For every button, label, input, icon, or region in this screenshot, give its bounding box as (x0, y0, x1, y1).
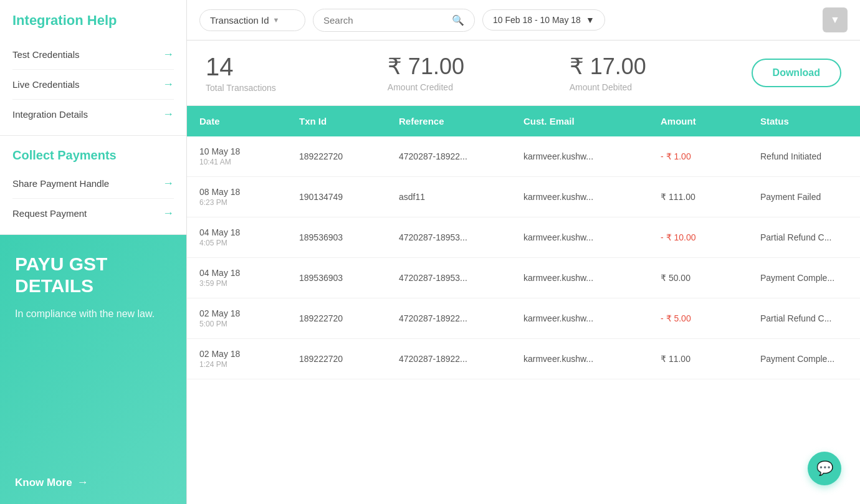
cell-status: Partial Refund C... (760, 313, 860, 323)
total-transactions-stat: 14 Total Transactions (206, 53, 388, 93)
integration-details-arrow: → (163, 108, 174, 121)
search-icon[interactable]: 🔍 (452, 14, 464, 26)
main-content: Transaction Id ▼ 🔍 10 Feb 18 - 10 May 18… (187, 0, 860, 504)
th-reference: Reference (399, 116, 523, 126)
amount-credited-label: Amount Credited (388, 82, 551, 92)
promo-link-label: Know More (15, 477, 72, 489)
cell-status: Payment Failed (760, 192, 860, 202)
th-txnid: Txn Id (299, 116, 399, 126)
total-transactions-label: Total Transactions (206, 83, 369, 93)
sidebar-item-request-payment[interactable]: Request Payment → (12, 199, 174, 228)
th-date: Date (199, 116, 299, 126)
amount-debited-label: Amount Debited (570, 82, 733, 92)
date-picker-chevron-icon: ▼ (586, 15, 595, 25)
cell-status: Partial Refund C... (760, 232, 860, 242)
chat-fab-button[interactable]: 💬 (808, 452, 841, 485)
cell-reference: 4720287-18953... (399, 232, 523, 242)
th-status: Status (760, 116, 860, 126)
cell-email: karmveer.kushw... (523, 192, 661, 202)
table-header-row: Date Txn Id Reference Cust. Email Amount… (187, 106, 860, 136)
dropdown-chevron-icon: ▼ (273, 16, 280, 24)
cell-status: Refund Initiated (760, 151, 860, 161)
test-credentials-label: Test Credentials (12, 49, 80, 60)
sidebar: Integration Help Test Credentials → Live… (0, 0, 187, 504)
promo-link-arrow-icon: → (77, 476, 88, 489)
live-credentials-arrow: → (163, 78, 174, 91)
cell-reference: asdf11 (399, 192, 523, 202)
th-amount: Amount (661, 116, 760, 126)
cell-date: 02 May 18 5:00 PM (199, 308, 299, 328)
cell-reference: 4720287-18953... (399, 273, 523, 283)
cell-txnid: 189222720 (299, 313, 399, 323)
cell-amount: ₹ 11.00 (661, 354, 760, 364)
table-row: 02 May 18 5:00 PM 189222720 4720287-1892… (187, 298, 860, 339)
cell-email: karmveer.kushw... (523, 313, 661, 323)
cell-status: Payment Comple... (760, 273, 860, 283)
cell-date: 10 May 18 10:41 AM (199, 146, 299, 166)
transactions-table: Date Txn Id Reference Cust. Email Amount… (187, 106, 860, 504)
table-row: 02 May 18 1:24 PM 189222720 4720287-1892… (187, 339, 860, 379)
chat-icon: 💬 (816, 460, 833, 477)
cell-date: 04 May 18 4:05 PM (199, 227, 299, 247)
sidebar-item-live-credentials[interactable]: Live Credentials → (12, 70, 174, 100)
request-payment-arrow: → (163, 207, 174, 220)
search-type-label: Transaction Id (210, 15, 269, 26)
cell-status: Payment Comple... (760, 354, 860, 364)
share-payment-handle-arrow: → (163, 177, 174, 190)
amount-debited-stat: ₹ 17.00 Amount Debited (570, 54, 752, 92)
promo-know-more-link[interactable]: Know More → (15, 476, 171, 489)
cell-date: 04 May 18 3:59 PM (199, 268, 299, 288)
cell-email: karmveer.kushw... (523, 232, 661, 242)
cell-amount: ₹ 111.00 (661, 192, 760, 202)
filter-button[interactable]: ▼ (823, 7, 848, 32)
cell-reference: 4720287-18922... (399, 313, 523, 323)
filter-icon: ▼ (830, 14, 840, 26)
cell-txnid: 189222720 (299, 151, 399, 161)
cell-email: karmveer.kushw... (523, 273, 661, 283)
collect-payments-title: Collect Payments (12, 148, 174, 163)
search-wrapper: 🔍 (313, 9, 475, 32)
search-type-dropdown[interactable]: Transaction Id ▼ (199, 9, 305, 31)
cell-amount: - ₹ 10.00 (661, 232, 760, 242)
download-button[interactable]: Download (752, 59, 841, 87)
total-transactions-number: 14 (206, 53, 369, 80)
collect-payments-section: Collect Payments Share Payment Handle → … (0, 136, 186, 235)
sidebar-item-share-payment-handle[interactable]: Share Payment Handle → (12, 169, 174, 199)
cell-reference: 4720287-18922... (399, 354, 523, 364)
stats-bar: 14 Total Transactions ₹ 71.00 Amount Cre… (187, 40, 860, 106)
share-payment-handle-label: Share Payment Handle (12, 178, 109, 189)
table-row: 04 May 18 4:05 PM 189536903 4720287-1895… (187, 217, 860, 258)
amount-credited-stat: ₹ 71.00 Amount Credited (388, 54, 570, 92)
cell-amount: - ₹ 5.00 (661, 313, 760, 323)
date-range-label: 10 Feb 18 - 10 May 18 (493, 15, 581, 25)
cell-txnid: 189536903 (299, 273, 399, 283)
cell-txnid: 189536903 (299, 232, 399, 242)
cell-email: karmveer.kushw... (523, 151, 661, 161)
date-range-picker[interactable]: 10 Feb 18 - 10 May 18 ▼ (482, 9, 605, 31)
test-credentials-arrow: → (163, 48, 174, 61)
promo-card: PAYU GST DETAILS In compliance with the … (0, 235, 186, 504)
cell-txnid: 189222720 (299, 354, 399, 364)
table-body: 10 May 18 10:41 AM 189222720 4720287-189… (187, 136, 860, 379)
table-row: 10 May 18 10:41 AM 189222720 4720287-189… (187, 136, 860, 177)
amount-debited-value: ₹ 17.00 (570, 54, 733, 80)
th-email: Cust. Email (523, 116, 661, 126)
table-row: 08 May 18 6:23 PM 190134749 asdf11 karmv… (187, 177, 860, 217)
cell-reference: 4720287-18922... (399, 151, 523, 161)
promo-title: PAYU GST DETAILS (15, 254, 171, 297)
table-row: 04 May 18 3:59 PM 189536903 4720287-1895… (187, 258, 860, 298)
promo-subtitle: In compliance with the new law. (15, 307, 171, 321)
integration-help-title: Integration Help (12, 12, 174, 29)
cell-date: 08 May 18 6:23 PM (199, 187, 299, 207)
cell-date: 02 May 18 1:24 PM (199, 349, 299, 369)
search-input[interactable] (323, 15, 447, 26)
sidebar-item-integration-details[interactable]: Integration Details → (12, 100, 174, 129)
sidebar-item-test-credentials[interactable]: Test Credentials → (12, 40, 174, 70)
integration-details-label: Integration Details (12, 109, 88, 120)
integration-help-section: Integration Help Test Credentials → Live… (0, 0, 186, 136)
cell-email: karmveer.kushw... (523, 354, 661, 364)
cell-amount: ₹ 50.00 (661, 273, 760, 283)
request-payment-label: Request Payment (12, 208, 87, 219)
live-credentials-label: Live Credentials (12, 79, 80, 90)
cell-amount: - ₹ 1.00 (661, 151, 760, 161)
